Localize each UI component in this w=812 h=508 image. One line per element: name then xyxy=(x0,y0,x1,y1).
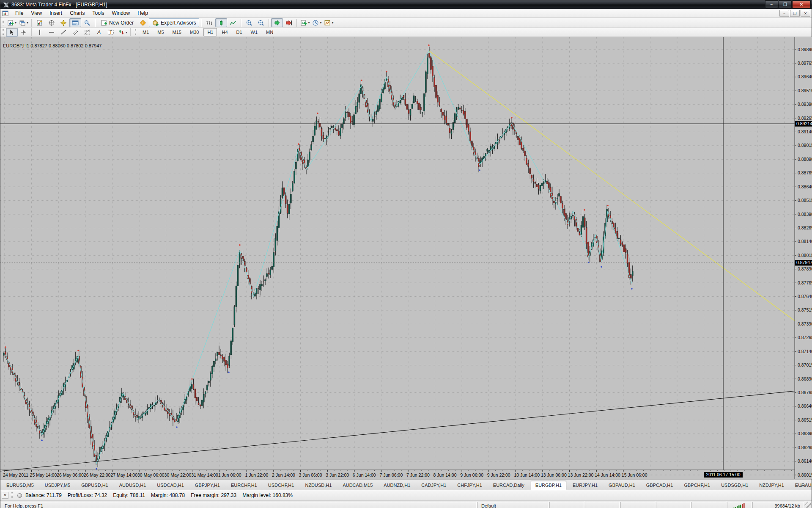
dropdown-arrow-icon[interactable]: ▾ xyxy=(308,21,310,25)
toolbar-separator xyxy=(31,19,32,27)
tab-eurchf-h1[interactable]: EURCHF,H1 xyxy=(226,481,262,490)
price-tick-label: 0.88015 xyxy=(798,253,812,258)
cursor-button[interactable] xyxy=(6,28,18,37)
time-tick-label: 6 Jun 14:00 xyxy=(353,472,376,478)
timeframe-h4[interactable]: H4 xyxy=(218,28,231,36)
timeframe-m30[interactable]: M30 xyxy=(186,28,203,36)
chart-shift-button[interactable] xyxy=(283,18,295,27)
indicators-button[interactable]: ▾ xyxy=(299,18,311,27)
market-watch-button[interactable] xyxy=(34,18,46,27)
market-watch-icon xyxy=(36,19,43,26)
new-chart-button[interactable]: ▾ xyxy=(6,18,18,27)
fibonacci-button[interactable] xyxy=(81,28,93,37)
toolbar-separator xyxy=(296,19,297,27)
expert-advisors-button[interactable]: Expert Advisors xyxy=(149,18,199,27)
horizontal-line-button[interactable] xyxy=(46,28,58,37)
new-order-button[interactable]: New Order xyxy=(97,18,137,27)
chart-window-icon xyxy=(2,10,9,16)
toolbar-separator xyxy=(241,19,241,27)
close-button[interactable]: ✕ xyxy=(792,0,811,8)
dropdown-arrow-icon[interactable]: ▾ xyxy=(320,21,321,25)
tab-usdcad-h1[interactable]: USDCAD,H1 xyxy=(152,481,189,490)
account-free-margin: Free margin: 297.33 xyxy=(191,492,236,498)
tab-audnzd-h1[interactable]: AUDNZD,H1 xyxy=(379,481,415,490)
strategy-tester-button[interactable] xyxy=(81,18,93,27)
tab-gbpusd-h1[interactable]: GBPUSD,H1 xyxy=(77,481,113,490)
tab-nzdusd-h1[interactable]: NZDUSD,H1 xyxy=(300,481,336,490)
tab-eurjpy-h1[interactable]: EURJPY,H1 xyxy=(568,481,602,490)
menu-file[interactable]: File xyxy=(11,9,27,17)
menu-window[interactable]: Window xyxy=(108,9,134,17)
auto-scroll-button[interactable] xyxy=(271,18,283,27)
tab-gbpaud-h1[interactable]: GBPAUD,H1 xyxy=(604,481,640,490)
text-button[interactable]: A xyxy=(93,28,105,37)
tab-usdsgd-h1[interactable]: USDSGD,H1 xyxy=(716,481,753,490)
timeframe-m1[interactable]: M1 xyxy=(139,28,153,36)
window-title: 3683: Meta Trader 4 FinFx - [EURGBP,H1] xyxy=(11,2,107,8)
child-close-button[interactable]: ✕ xyxy=(801,10,810,17)
tab-cadjpy-h1[interactable]: CADJPY,H1 xyxy=(417,481,451,490)
trendline-button[interactable] xyxy=(58,28,69,37)
minimize-button[interactable]: − xyxy=(765,0,778,8)
menu-insert[interactable]: Insert xyxy=(46,9,66,17)
dropdown-arrow-icon[interactable]: ▾ xyxy=(27,21,28,25)
candlestick-chart[interactable]: 0.898900.897650.896400.895150.893900.892… xyxy=(0,37,812,479)
chart-line-button[interactable] xyxy=(227,18,239,27)
menu-charts[interactable]: Charts xyxy=(66,9,88,17)
dropdown-arrow-icon[interactable]: ▾ xyxy=(15,21,16,25)
timeframe-m15[interactable]: M15 xyxy=(169,28,185,36)
navigator-button[interactable] xyxy=(58,18,69,27)
timeframe-w1[interactable]: W1 xyxy=(247,28,262,36)
profiles-button[interactable]: ▾ xyxy=(18,18,30,27)
zoom-in-button[interactable] xyxy=(243,18,255,27)
dropdown-arrow-icon[interactable]: ▾ xyxy=(126,30,127,34)
text-label-button[interactable]: T xyxy=(105,28,117,37)
channel-button[interactable] xyxy=(69,28,81,37)
tab-eurgbp-h1[interactable]: EURGBP,H1 xyxy=(531,481,566,490)
menu-tools[interactable]: Tools xyxy=(89,9,108,17)
resize-grip[interactable] xyxy=(804,502,811,508)
ohlc-header: EURGBP,H1 0.87827 0.88060 0.87802 0.8794… xyxy=(3,43,102,48)
timeframe-m5[interactable]: M5 xyxy=(154,28,167,36)
tab-gbpcad-h1[interactable]: GBPCAD,H1 xyxy=(642,481,678,490)
timeframe-mn[interactable]: MN xyxy=(262,28,277,36)
zoom-out-button[interactable] xyxy=(255,18,267,27)
timeframe-d1[interactable]: D1 xyxy=(233,28,246,36)
chart-candles-button[interactable] xyxy=(215,18,227,27)
arrows-button[interactable]: ▾ xyxy=(117,28,129,37)
tab-gbpchf-h1[interactable]: GBPCHF,H1 xyxy=(679,481,715,490)
tab-audcad-m15[interactable]: AUDCAD,M15 xyxy=(338,481,377,490)
templates-button[interactable]: ▾ xyxy=(323,18,335,27)
tab-chfjpy-h1[interactable]: CHFJPY,H1 xyxy=(453,481,486,490)
tab-usdchf-h1[interactable]: USDCHF,H1 xyxy=(263,481,299,490)
mql-community-button[interactable]: ! xyxy=(137,18,149,27)
tab-gbpjpy-h1[interactable]: GBPJPY,H1 xyxy=(190,481,225,490)
tab-eurcad-daily[interactable]: EURCAD,Daily xyxy=(488,481,529,490)
chart-bars-button[interactable] xyxy=(203,18,215,27)
profile-cell[interactable]: Default xyxy=(477,502,549,508)
crosshair-button[interactable] xyxy=(18,28,30,37)
periods-button[interactable]: ▾ xyxy=(311,18,323,27)
new-order-label: New Order xyxy=(109,20,134,26)
text-a-icon: A xyxy=(96,29,102,36)
child-restore-button[interactable]: ❐ xyxy=(790,10,800,17)
chart-area[interactable]: 0.898900.897650.896400.895150.893900.892… xyxy=(0,37,812,479)
timeframe-h1[interactable]: H1 xyxy=(203,28,217,36)
menu-bar: FileViewInsertChartsToolsWindowHelp − ❐ … xyxy=(0,9,812,18)
chart-tabs-bar: EURUSD,M5USDJPY,M5GBPUSD,H1AUDUSD,H1USDC… xyxy=(0,479,812,490)
data-window-button[interactable] xyxy=(46,18,58,27)
vertical-line-button[interactable] xyxy=(34,28,46,37)
menu-view[interactable]: View xyxy=(27,9,46,17)
menu-help[interactable]: Help xyxy=(134,9,152,17)
tab-scroll-arrows[interactable]: ◂▸ xyxy=(800,483,809,488)
child-minimize-button[interactable]: − xyxy=(779,10,789,17)
dropdown-arrow-icon[interactable]: ▾ xyxy=(332,21,333,25)
tab-eurusd-m5[interactable]: EURUSD,M5 xyxy=(2,481,38,490)
terminal-button[interactable] xyxy=(69,18,81,27)
tab-usdjpy-m5[interactable]: USDJPY,M5 xyxy=(40,481,75,490)
tab-nzdjpy-h1[interactable]: NZDJPY,H1 xyxy=(754,481,788,490)
account-bar-close-icon[interactable]: ✕ xyxy=(2,492,8,499)
restore-button[interactable]: ❐ xyxy=(779,0,792,8)
time-tick-label: 26 May 22:00 xyxy=(84,472,111,478)
tab-audusd-h1[interactable]: AUDUSD,H1 xyxy=(115,481,151,490)
